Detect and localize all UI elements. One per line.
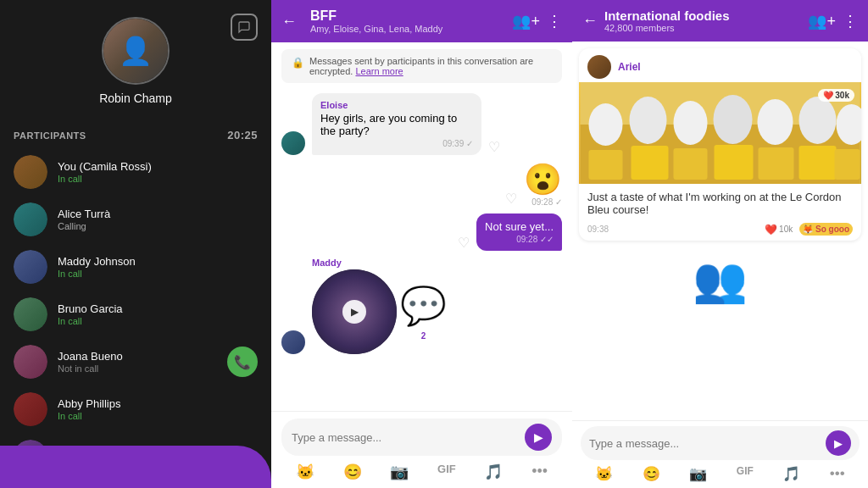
sticker-icon[interactable]: 🐱 — [296, 463, 314, 481]
svg-rect-15 — [835, 149, 860, 180]
message-row: Eloise Hey girls, are you coming to the … — [281, 93, 562, 155]
community-messages: Ariel — [572, 42, 868, 420]
call-panel: 👤 Robin Champ PARTICIPANTS 20:25 You (Ca… — [0, 0, 271, 488]
camera-icon[interactable]: 📷 — [390, 463, 409, 481]
svg-rect-13 — [759, 147, 794, 180]
encrypted-notice: 🔒 Messages sent by participants in this … — [281, 49, 562, 83]
more-icon[interactable]: ••• — [531, 463, 548, 481]
message-content: 😮 09:28 ✓ — [524, 162, 562, 207]
participant-name: Joana Bueno — [58, 350, 227, 363]
participant-name: Bruno Garcia — [58, 302, 258, 315]
participant-item: Maddy Johnson In call — [7, 243, 264, 291]
sticker-icon[interactable]: 🐱 — [595, 465, 613, 483]
participant-status: Calling — [58, 221, 258, 231]
user-avatar: 👤 — [102, 17, 170, 85]
svg-point-7 — [799, 97, 837, 144]
lock-icon: 🔒 — [292, 57, 304, 69]
sender-name: Maddy — [312, 258, 447, 268]
sender-name: Eloise — [320, 100, 473, 110]
learn-more-link[interactable]: Learn more — [355, 66, 403, 76]
gif-icon[interactable]: GIF — [737, 465, 754, 483]
call-timer: 20:25 — [227, 129, 258, 141]
speech-bubble-sticker: 💬 — [400, 284, 447, 328]
community-toolbar: 🐱 😊 📷 GIF 🎵 ••• — [581, 465, 860, 483]
panel-bottom-accent — [0, 446, 271, 488]
participant-name: You (Camila Rossi) — [58, 160, 258, 173]
message-input[interactable] — [292, 431, 525, 444]
reaction-count: 2 — [400, 331, 447, 341]
community-send-button[interactable]: ▶ — [826, 430, 851, 456]
more-icon[interactable]: ••• — [830, 465, 845, 483]
avatar — [14, 392, 47, 426]
community-message-card: Ariel — [579, 48, 861, 241]
svg-rect-10 — [632, 146, 669, 180]
message-time: 09:39 ✓ — [320, 139, 473, 148]
emoji-message: 😮 — [524, 162, 562, 197]
participant-item: Joana Bueno Not in call 📞 — [7, 338, 264, 385]
chat-input-area: ▶ 🐱 😊 📷 GIF 🎵 ••• — [271, 411, 572, 488]
like-button[interactable]: ♡ — [505, 191, 517, 207]
audio-icon[interactable]: 🎵 — [782, 465, 800, 483]
participant-info: Abby Phillips In call — [58, 397, 258, 421]
participants-label: PARTICIPANTS — [14, 130, 86, 141]
like-button[interactable]: ♡ — [488, 139, 500, 155]
message-avatar — [281, 330, 305, 354]
video-message[interactable]: ▶ — [312, 269, 397, 354]
camera-icon[interactable]: 📷 — [689, 465, 707, 483]
sticker-badge: 🦊 So gooo — [799, 223, 853, 236]
gif-icon[interactable]: GIF — [437, 463, 456, 481]
chat-bubble-icon[interactable] — [231, 14, 258, 41]
message-row: ♡ Not sure yet... 09:28 ✓✓ — [281, 214, 562, 251]
message-time: 09:28 ✓✓ — [485, 235, 554, 244]
participant-item: Abby Phillips In call — [7, 385, 264, 433]
more-options-icon[interactable]: ⋮ — [843, 12, 858, 30]
message-time: 09:28 ✓ — [524, 197, 562, 207]
participant-info: Maddy Johnson In call — [58, 255, 258, 279]
participant-info: Alice Turrà Calling — [58, 208, 258, 231]
group-emoji: 👥 — [693, 254, 748, 306]
back-button[interactable]: ← — [281, 13, 297, 30]
like-button[interactable]: ♡ — [458, 235, 470, 251]
message-bubble: Not sure yet... 09:28 ✓✓ — [476, 214, 562, 251]
participant-info: Joana Bueno Not in call — [58, 350, 227, 374]
chat-input-row: ▶ — [281, 419, 562, 456]
message-row: ♡ 😮 09:28 ✓ — [281, 162, 562, 207]
play-button[interactable]: ▶ — [342, 300, 366, 324]
add-member-icon[interactable]: 👥+ — [512, 12, 540, 30]
svg-point-4 — [674, 101, 708, 145]
call-header: 👤 Robin Champ — [0, 0, 271, 119]
audio-icon[interactable]: 🎵 — [484, 463, 503, 481]
sticker-area: 09:38 — [587, 225, 609, 234]
svg-rect-12 — [715, 145, 754, 180]
participants-section-header: PARTICIPANTS 20:25 — [0, 119, 271, 148]
message-time: 09:38 — [587, 225, 609, 234]
like-count-2: 10k — [779, 225, 793, 234]
message-text: Hey girls, are you coming to the party? — [320, 112, 457, 137]
community-message-input[interactable] — [589, 437, 826, 450]
user-name: Robin Champ — [99, 92, 172, 105]
add-member-icon[interactable]: 👥+ — [808, 12, 836, 30]
like-reaction: ❤️ 10k — [765, 224, 793, 236]
community-input-area: ▶ 🐱 😊 📷 GIF 🎵 ••• — [572, 420, 868, 488]
avatar — [14, 202, 47, 236]
svg-point-5 — [714, 95, 753, 144]
participant-status: In call — [58, 269, 258, 279]
community-msg-header: Ariel — [579, 48, 861, 82]
send-button[interactable]: ▶ — [525, 424, 552, 451]
chat-header-info: BFF Amy, Eloise, Gina, Lena, Maddy — [310, 8, 505, 34]
svg-point-3 — [630, 97, 667, 144]
group-sticker-area: 👥 — [579, 247, 861, 313]
more-options-icon[interactable]: ⋮ — [547, 12, 562, 30]
participant-name: Maddy Johnson — [58, 255, 258, 268]
call-button[interactable]: 📞 — [227, 347, 258, 377]
back-button[interactable]: ← — [582, 12, 598, 30]
participant-status: In call — [58, 316, 258, 326]
like-icon[interactable]: ❤️ — [765, 224, 777, 236]
emoji-icon[interactable]: 😊 — [643, 465, 660, 483]
heart-icon: ❤️ — [823, 91, 833, 100]
message-bubble: Eloise Hey girls, are you coming to the … — [312, 93, 481, 155]
community-message-text: Just a taste of what I'm working on at t… — [579, 184, 861, 219]
like-count: 30k — [835, 91, 849, 100]
emoji-icon[interactable]: 😊 — [343, 463, 362, 481]
community-header-info: International foodies 42,800 members — [604, 8, 801, 33]
